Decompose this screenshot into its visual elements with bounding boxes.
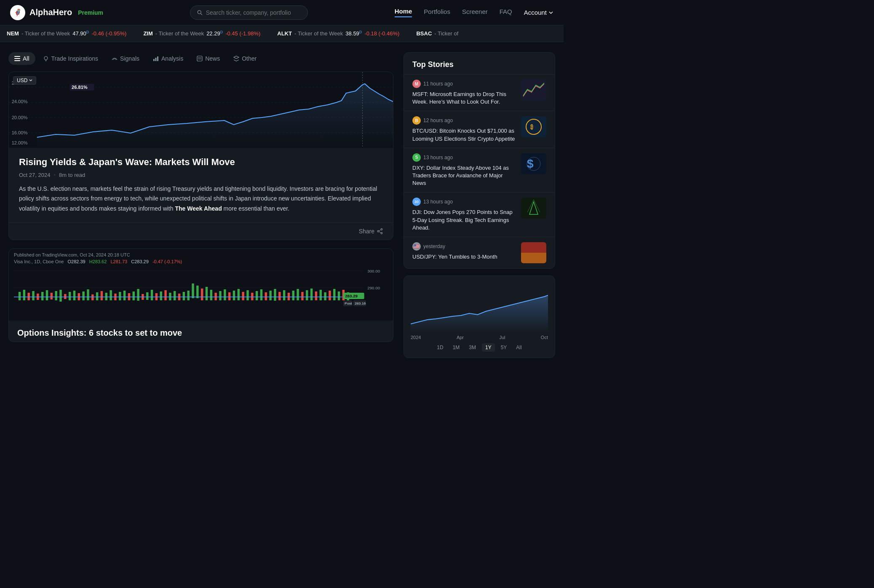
tf-1d[interactable]: 1D [433, 343, 446, 352]
tab-ti-label: Trade Inspirations [51, 55, 99, 62]
svg-point-27 [377, 230, 379, 232]
story-item-4[interactable]: 🇺🇸 yesterday USD/JPY: Yen Tumbles to 3-M… [404, 237, 555, 268]
tab-news[interactable]: News [191, 52, 226, 65]
tab-analysis[interactable]: Analysis [147, 52, 189, 65]
svg-rect-114 [521, 80, 546, 101]
main-layout: All Trade Inspirations Signals Analysis … [0, 42, 564, 368]
nav-link-portfolios[interactable]: Portfolios [424, 8, 450, 17]
svg-point-0 [198, 10, 201, 13]
mini-chart-timeframes: 1D 1M 3M 1Y 5Y All [411, 343, 548, 352]
svg-line-29 [379, 232, 381, 233]
article-meta: Oct 27, 2024 • 8m to read [19, 172, 383, 178]
ticker-tape: NEM - Ticker of the Week 47.90D -0.46 (-… [0, 25, 564, 42]
candle-chart: 300.00 290.00 [14, 267, 388, 317]
currency-label: USD [17, 78, 27, 83]
tab-trade-inspirations[interactable]: Trade Inspirations [37, 52, 104, 65]
search-input[interactable] [206, 9, 301, 16]
tf-3m[interactable]: 3M [465, 343, 479, 352]
share-label: Share [359, 228, 374, 235]
tv-legend: Visa Inc., 1D, Cboe One O282.39 H283.62 … [14, 259, 388, 264]
chevron-down-icon [29, 79, 32, 82]
article-excerpt-bold: The Week Ahead [175, 205, 222, 212]
nav-link-screener[interactable]: Screener [462, 8, 488, 17]
svg-rect-46 [73, 291, 75, 300]
svg-point-5 [44, 56, 48, 60]
story-item-3[interactable]: 30 13 hours ago DJI: Dow Jones Pops 270 … [404, 192, 555, 237]
svg-rect-93 [288, 293, 290, 300]
svg-rect-84 [246, 290, 249, 300]
svg-rect-49 [87, 289, 89, 300]
svg-rect-71 [187, 291, 190, 300]
list-icon [14, 56, 20, 61]
mini-chart-area [411, 282, 548, 332]
svg-rect-101 [324, 292, 326, 300]
story-thumb-0 [521, 80, 546, 101]
tab-all[interactable]: All [8, 52, 35, 65]
svg-rect-66 [164, 290, 166, 300]
svg-rect-102 [329, 291, 331, 300]
chevron-down-icon [548, 10, 553, 15]
svg-rect-95 [297, 289, 299, 300]
story-item-2[interactable]: S 13 hours ago DXY: Dollar Index Steady … [404, 148, 555, 192]
main-article-card: 26.81% 24.00% 20.00% 16.00% 12.00% 26.81… [8, 72, 393, 240]
svg-rect-125 [521, 253, 546, 263]
svg-rect-100 [320, 290, 322, 300]
story-title-1: BTC/USD: Bitcoin Knocks Out $71,000 as L… [412, 127, 516, 142]
svg-rect-2 [14, 56, 20, 57]
nav-links: Home Portfolios Screener FAQ Account [395, 8, 553, 17]
story-time-4: yesterday [423, 243, 445, 249]
svg-rect-68 [174, 291, 176, 300]
svg-rect-44 [64, 294, 66, 299]
tf-5y[interactable]: 5Y [497, 343, 511, 352]
svg-rect-82 [238, 289, 240, 300]
tf-all[interactable]: All [513, 343, 525, 352]
svg-rect-39 [41, 292, 43, 300]
svg-rect-67 [169, 293, 171, 300]
tab-signals-label: Signals [120, 55, 139, 62]
svg-text:12.00%: 12.00% [12, 141, 28, 145]
svg-rect-75 [206, 287, 208, 300]
svg-rect-60 [137, 289, 139, 301]
svg-text:$: $ [527, 157, 534, 170]
tf-1m[interactable]: 1M [449, 343, 463, 352]
svg-rect-74 [201, 289, 203, 300]
svg-text:Post: Post [345, 301, 352, 305]
signal-icon [112, 56, 118, 61]
article-date: Oct 27, 2024 [19, 172, 50, 178]
account-menu[interactable]: Account [524, 9, 553, 16]
story-avatar-3: 30 [412, 198, 421, 206]
nav-link-home[interactable]: Home [395, 8, 412, 17]
tab-other[interactable]: Other [227, 52, 262, 65]
second-article-title: Options Insights: 6 stocks to set to mov… [9, 321, 393, 342]
search-bar[interactable] [190, 5, 308, 20]
svg-rect-104 [338, 291, 340, 300]
svg-rect-97 [306, 290, 308, 300]
nav-link-faq[interactable]: FAQ [500, 8, 512, 17]
svg-rect-37 [32, 291, 34, 300]
svg-rect-41 [51, 293, 53, 299]
svg-rect-56 [119, 292, 121, 300]
svg-rect-80 [228, 292, 230, 300]
svg-rect-6 [153, 59, 155, 61]
svg-rect-52 [101, 291, 103, 300]
story-item-0[interactable]: M 11 hours ago MSFT: Microsoft Earnings … [404, 74, 555, 111]
share-button[interactable]: Share [359, 228, 383, 235]
story-time-0: 11 hours ago [423, 81, 453, 87]
main-chart-area: 26.81% 24.00% 20.00% 16.00% 12.00% 26.81… [9, 72, 393, 148]
currency-selector[interactable]: USD [13, 76, 36, 85]
svg-text:₿: ₿ [530, 123, 533, 130]
logo[interactable]: 🦸 AlphaHero Premium [10, 5, 103, 20]
tab-other-label: Other [242, 55, 257, 62]
svg-text:20.00%: 20.00% [12, 115, 28, 120]
svg-rect-4 [14, 60, 20, 61]
logo-text: AlphaHero [29, 8, 72, 17]
svg-rect-35 [23, 290, 25, 300]
logo-icon: 🦸 [10, 5, 25, 20]
top-stories-card: Top Stories M 11 hours ago MSFT: Microso… [404, 52, 555, 269]
mini-chart-labels: 2024 Apr Jul Oct [411, 335, 548, 340]
tf-1y[interactable]: 1Y [482, 343, 495, 352]
story-item-1[interactable]: B 12 hours ago BTC/USD: Bitcoin Knocks O… [404, 111, 555, 147]
article-excerpt: As the U.S. election nears, markets feel… [19, 184, 383, 214]
tab-signals[interactable]: Signals [106, 52, 145, 65]
svg-rect-57 [123, 291, 126, 300]
